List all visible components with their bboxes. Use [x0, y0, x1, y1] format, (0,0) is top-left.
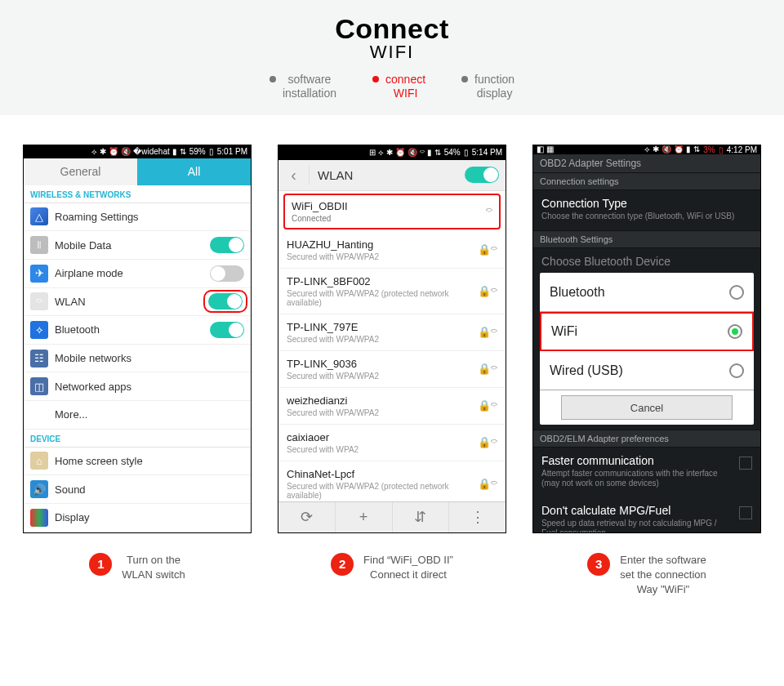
wifi-lock-icon: 🔒⌔ — [478, 436, 497, 448]
status-time: 5:14 PM — [472, 148, 502, 157]
battery-text: 59% — [189, 147, 206, 156]
net-apps-icon: ◫ — [30, 377, 48, 395]
caption-1: 1 Turn on theWLAN switch — [23, 553, 252, 582]
checkbox-icon[interactable] — [739, 457, 752, 470]
bluetooth-icon: ⟡ — [91, 148, 97, 156]
wifi-row[interactable]: ChinaNet-LpcfSecured with WPA/WPA2 (prot… — [278, 461, 506, 501]
section-wireless: WIRELESS & NETWORKS — [24, 185, 251, 203]
nav-item-function-display[interactable]: functiondisplay — [461, 73, 514, 100]
screenshots-row: ⟡✱⏰🔇�widehat▮⇅ 59% ▯ 5:01 PM General All… — [0, 115, 784, 614]
caption-3: 3 Enter the softwareset the connectionWa… — [532, 553, 761, 598]
wifi-lock-icon: 🔒⌔ — [478, 363, 497, 375]
mobile-data-icon: ⫴ — [30, 236, 48, 254]
dialog-option-bluetooth[interactable]: Bluetooth — [540, 273, 754, 312]
silent-icon: 🔇 — [121, 148, 131, 156]
wlan-toggle[interactable] — [208, 293, 243, 310]
mobile-data-toggle[interactable] — [210, 237, 244, 253]
wifi-lock-icon: 🔒⌔ — [478, 285, 497, 297]
wifi-row[interactable]: HUAZHU_HantingSecured with WPA/WPA2🔒⌔ — [278, 232, 506, 269]
dialog-option-wifi[interactable]: WiFi — [540, 312, 754, 351]
row-bluetooth[interactable]: ⟡Bluetooth — [24, 316, 251, 345]
section-device: DEVICE — [24, 430, 251, 448]
add-network-button[interactable]: + — [336, 502, 393, 532]
settings-tabs: General All — [24, 158, 251, 185]
dialog-option-wired[interactable]: Wired (USB) — [540, 351, 754, 390]
sync-icon: ✱ — [100, 148, 106, 156]
nav-item-connect-wifi[interactable]: connectWIFI — [372, 73, 425, 100]
battery-text: 54% — [444, 148, 461, 157]
row-display[interactable]: Display — [24, 504, 251, 532]
wlan-title: WLAN — [310, 168, 465, 182]
wifi-row[interactable]: TP-LINK_9036Secured with WPA/WPA2🔒⌔ — [278, 351, 506, 388]
dot-icon — [270, 76, 276, 82]
row-wlan[interactable]: ⌔WLAN — [24, 288, 251, 317]
step-badge-2: 2 — [331, 553, 354, 576]
row-more[interactable]: More... — [24, 401, 251, 430]
page-title: Connect — [0, 13, 784, 45]
wifi-icon: �widehat — [133, 148, 169, 156]
phone-1: ⟡✱⏰🔇�widehat▮⇅ 59% ▯ 5:01 PM General All… — [23, 145, 252, 598]
tab-general[interactable]: General — [24, 158, 137, 185]
wifi-row-obdii[interactable]: WiFi_OBDIIConnected⌔ — [283, 194, 501, 229]
refresh-button[interactable]: ⟳ — [278, 502, 336, 532]
row-faster-comm[interactable]: Faster communicationAttempt faster commu… — [533, 448, 760, 497]
section-connection: Connection settings — [533, 172, 760, 190]
row-choose-bt-device[interactable]: Choose Bluetooth Device — [533, 248, 760, 268]
wlan-toggle-highlight — [203, 290, 247, 313]
wifi-list[interactable]: WiFi_OBDIIConnected⌔ HUAZHU_HantingSecur… — [278, 191, 506, 501]
tab-all[interactable]: All — [137, 158, 251, 185]
wifi-row[interactable]: TP-LINK_797ESecured with WPA/WPA2🔒⌔ — [278, 314, 506, 351]
connection-dialog: Bluetooth WiFi Wired (USB) Cancel — [540, 273, 754, 425]
wifi-lock-icon: 🔒⌔ — [478, 326, 497, 338]
mobile-net-icon: ☷ — [30, 350, 48, 368]
menu-button[interactable]: ⋮ — [449, 502, 506, 532]
data-icon: ⇅ — [180, 148, 186, 156]
signal-icon: ▮ — [172, 148, 177, 156]
bluetooth-row-icon: ⟡ — [30, 321, 48, 339]
row-home-style[interactable]: ⌂Home screen style — [24, 448, 251, 476]
battery-icon: ▯ — [209, 147, 214, 156]
wifi-row[interactable]: TP-LINK_8BF002Secured with WPA/WPA2 (pro… — [278, 269, 506, 314]
section-bluetooth: Bluetooth Settings — [533, 230, 760, 248]
radio-selected-icon — [728, 324, 742, 339]
row-mobile-networks[interactable]: ☷Mobile networks — [24, 345, 251, 373]
row-mobile-data[interactable]: ⫴Mobile Data — [24, 231, 251, 260]
back-button[interactable]: ‹ — [278, 166, 310, 185]
caption-2: 2 Find “WiFi_OBD II”Connect it direct — [278, 553, 506, 582]
home-icon: ⌂ — [30, 452, 48, 470]
status-bar: ⊞⟡✱⏰🔇⌔▮⇅ 54%▯ 5:14 PM — [278, 145, 506, 160]
display-icon — [30, 509, 48, 527]
row-networked-apps[interactable]: ◫Networked apps — [24, 372, 251, 401]
row-sound[interactable]: 🔊Sound — [24, 475, 251, 504]
wlan-bottom-bar: ⟳ + ⇵ ⋮ — [278, 501, 506, 532]
bluetooth-toggle[interactable] — [210, 322, 244, 338]
nav-item-software[interactable]: softwareinstallation — [270, 73, 336, 100]
page-subtitle: WIFI — [0, 42, 784, 63]
wlan-header-toggle[interactable] — [465, 167, 499, 183]
obd-title: OBD2 Adapter Settings — [533, 154, 760, 172]
roaming-icon: △ — [30, 207, 48, 225]
wifi-row[interactable]: caixiaoerSecured with WPA2🔒⌔ — [278, 425, 506, 461]
radio-icon — [729, 285, 744, 300]
status-bar: ⟡✱⏰🔇�widehat▮⇅ 59% ▯ 5:01 PM — [24, 145, 251, 158]
row-airplane[interactable]: ✈Airplane mode — [24, 260, 251, 288]
wifi-lock-icon: 🔒⌔ — [478, 243, 497, 256]
status-time: 5:01 PM — [217, 147, 247, 156]
status-bar: ◧▦ ⟡✱🔇⏰▮⇅ 3%▯ 4:12 PM — [533, 145, 760, 154]
nav-steps: softwareinstallation connectWIFI functio… — [0, 73, 784, 100]
section-adapter-prefs: OBD2/ELM Adapter preferences — [533, 430, 760, 448]
row-roaming[interactable]: △Roaming Settings — [24, 203, 251, 232]
alarm-icon: ⏰ — [109, 148, 118, 156]
row-dont-calc-mpg[interactable]: Don't calculate MPG/FuelSpeed up data re… — [533, 497, 760, 533]
wifi-row[interactable]: weizhedianziSecured with WPA/WPA2🔒⌔ — [278, 388, 506, 425]
row-connection-type[interactable]: Connection Type Choose the connection ty… — [533, 190, 760, 231]
airplane-toggle[interactable] — [210, 265, 244, 282]
airplane-icon: ✈ — [30, 265, 48, 283]
dialog-cancel-button[interactable]: Cancel — [561, 395, 733, 420]
wifi-lock-icon: 🔒⌔ — [478, 399, 497, 412]
checkbox-icon[interactable] — [739, 506, 752, 519]
dot-icon — [372, 76, 379, 82]
wps-button[interactable]: ⇵ — [393, 502, 450, 532]
battery-icon: ▯ — [719, 145, 724, 154]
page-header: Connect WIFI softwareinstallation connec… — [0, 0, 784, 115]
